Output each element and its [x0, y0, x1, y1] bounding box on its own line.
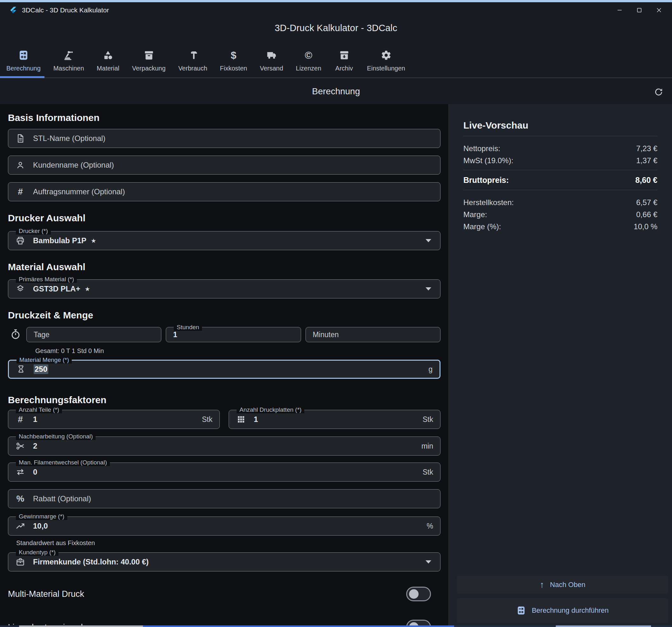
nachbearbeitung-input[interactable]: Nachbearbeitung (Optional) 2 min — [8, 436, 440, 456]
maximize-button[interactable] — [629, 3, 649, 17]
robot-arm-icon — [63, 50, 74, 61]
hash-icon: # — [15, 414, 25, 424]
gewinnmarge-input[interactable]: Gewinnmarge (*) 10,0 % — [8, 517, 440, 535]
gewinnmarge-suffix: % — [427, 522, 433, 530]
rabatt-input[interactable]: % Rabatt (Optional) — [8, 489, 440, 508]
tab-label: Berechnung — [6, 65, 41, 72]
nach-oben-label: Nach Oben — [550, 581, 585, 589]
row-label: Marge (%): — [463, 222, 501, 231]
person-icon — [15, 160, 25, 170]
tab-material[interactable]: Material — [91, 46, 126, 72]
row-label: Herstellkosten: — [463, 198, 514, 207]
chevron-down-icon — [426, 239, 431, 242]
anzahl-teile-input[interactable]: Anzahl Teile (*) # 1 Stk — [8, 410, 220, 429]
auftragsnummer-placeholder: Auftragsnummer (Optional) — [33, 187, 125, 196]
preview-title: Live-Vorschau — [463, 120, 657, 131]
druckplatten-suffix: Stk — [423, 415, 433, 424]
refresh-button[interactable] — [652, 86, 665, 98]
hourglass-icon — [16, 364, 26, 374]
filamentwechsel-value: 0 — [33, 468, 37, 477]
toggle-knob — [409, 589, 418, 599]
tab-label: Verpackung — [132, 65, 166, 72]
hammer-icon — [187, 50, 198, 61]
drucker-select[interactable]: Drucker (*) Bambulab P1P ★ — [8, 231, 440, 250]
timer-icon — [10, 329, 22, 341]
tab-einstellungen[interactable]: Einstellungen — [361, 46, 412, 72]
material-menge-suffix: g — [428, 365, 433, 374]
stl-name-placeholder: STL-Name (Optional) — [33, 134, 105, 143]
gewinnmarge-value: 10,0 — [33, 522, 48, 530]
tab-berechnung[interactable]: Berechnung — [0, 46, 47, 72]
druckplatten-input[interactable]: Anzahl Druckplatten (*) 1 Stk — [229, 410, 440, 429]
nachbearbeitung-suffix: min — [422, 442, 433, 451]
dollar-icon: $ — [228, 50, 239, 61]
gesamt-text: Gesamt: 0 T 1 Std 0 Min — [35, 347, 440, 355]
auftragsnummer-input[interactable]: # Auftragsnummer (Optional) — [8, 182, 440, 201]
copyright-icon: © — [303, 50, 314, 61]
kundenname-input[interactable]: Kundenname (Optional) — [8, 155, 440, 175]
gewinnmarge-helper: Standardwert aus Fixkosten — [16, 540, 440, 547]
gear-icon — [381, 50, 392, 61]
material-menge-input[interactable]: Material Menge (*) 250 g — [8, 360, 440, 379]
tab-verbrauch[interactable]: Verbrauch — [172, 46, 213, 72]
kundentyp-select[interactable]: Kundentyp (*) Firmenkunde (Std.lohn: 40.… — [8, 552, 440, 572]
minuten-input[interactable]: Minuten — [306, 327, 440, 342]
stl-name-input[interactable]: STL-Name (Optional) — [8, 129, 440, 148]
row-label: Marge: — [463, 210, 487, 219]
rabatt-placeholder: Rabatt (Optional) — [33, 494, 91, 503]
material-menge-value: 250 — [34, 365, 48, 374]
material-menge-label: Material Menge (*) — [17, 356, 72, 363]
divider — [463, 170, 657, 170]
up-arrow-icon: ↑ — [540, 580, 544, 589]
close-button[interactable] — [649, 3, 669, 17]
section-faktoren-title: Berechnungsfaktoren — [8, 395, 440, 405]
active-tab-indicator — [0, 76, 45, 78]
tab-lizenzen[interactable]: © Lizenzen — [290, 46, 328, 72]
printer-icon — [15, 235, 25, 246]
live-preview-panel: Live-Vorschau Nettopreis: 7,23 € MwSt (1… — [449, 104, 672, 627]
taskbar-segment — [19, 625, 143, 627]
section-basis-title: Basis Informationen — [8, 112, 440, 123]
filamentwechsel-input[interactable]: Man. Filamentwechsel (Optional) 0 Stk — [8, 462, 440, 482]
tab-archiv[interactable]: Archiv — [328, 46, 361, 72]
tab-label: Fixkosten — [220, 65, 247, 72]
tage-input[interactable]: Tage — [26, 327, 161, 342]
page-header: Berechnung — [0, 79, 672, 104]
anzahl-teile-suffix: Stk — [202, 415, 213, 424]
row-value: 1,37 € — [636, 156, 657, 166]
taskbar-segment — [556, 625, 651, 627]
tab-label: Einstellungen — [367, 65, 405, 72]
percent-icon: % — [15, 494, 25, 504]
nach-oben-button[interactable]: ↑ Nach Oben — [457, 576, 668, 594]
titlebar: 3DCalc - 3D Druck Kalkulator — [0, 2, 672, 18]
berechnung-durchfuehren-label: Berechnung durchführen — [532, 606, 608, 615]
tab-verpackung[interactable]: Verpackung — [126, 46, 172, 72]
grid-icon — [236, 414, 246, 424]
archive-icon — [339, 50, 350, 61]
divider — [463, 190, 657, 190]
anzahl-teile-value: 1 — [33, 415, 37, 424]
filamentwechsel-label: Man. Filamentwechsel (Optional) — [16, 459, 110, 466]
tab-maschinen[interactable]: Maschinen — [47, 46, 91, 72]
tab-versand[interactable]: Versand — [254, 46, 289, 72]
minimize-button[interactable] — [610, 3, 629, 17]
gewinnmarge-label: Gewinnmarge (*) — [16, 513, 67, 520]
section-material-title: Material Auswahl — [8, 261, 440, 272]
star-icon: ★ — [91, 237, 96, 245]
tab-label: Versand — [260, 65, 283, 72]
taskbar-segment — [143, 625, 454, 627]
shapes-icon — [102, 50, 114, 61]
row-label: MwSt (19.0%): — [463, 156, 513, 166]
multi-material-toggle[interactable] — [406, 587, 431, 601]
stunden-input[interactable]: Stunden 1 — [166, 327, 301, 342]
tab-label: Lizenzen — [296, 65, 321, 72]
berechnung-durchfuehren-button[interactable]: Berechnung durchführen — [457, 598, 668, 623]
calculator-icon — [517, 606, 526, 615]
druckplatten-label: Anzahl Druckplatten (*) — [237, 406, 304, 413]
tab-fixkosten[interactable]: $ Fixkosten — [214, 46, 254, 72]
tabbar: Berechnung Maschinen — [0, 46, 672, 78]
filamentwechsel-suffix: Stk — [423, 468, 433, 477]
material-select[interactable]: Primäres Material (*) GST3D PLA+ ★ — [8, 279, 440, 298]
calculation-form: Basis Informationen STL-Name (Optional) … — [0, 104, 449, 627]
section-druckzeit-title: Druckzeit & Menge — [8, 310, 440, 321]
